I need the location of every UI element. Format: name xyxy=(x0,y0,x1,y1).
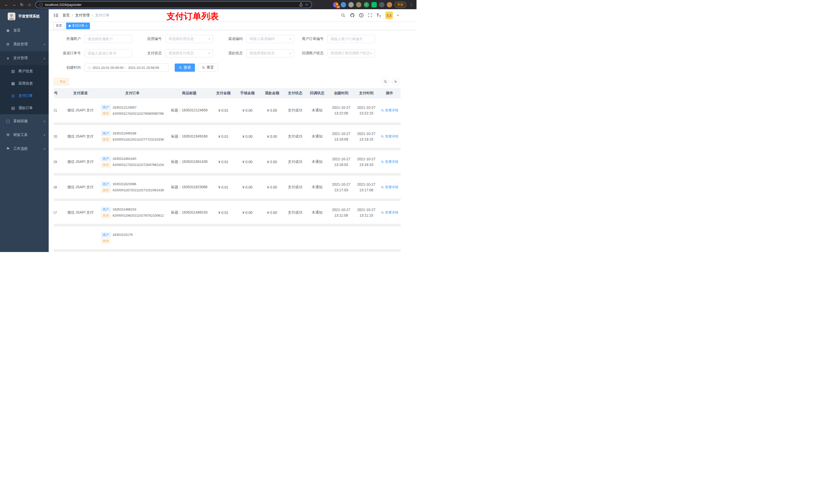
pay-status-select[interactable]: 请选择支付状态 ▾ xyxy=(165,49,213,57)
search-button[interactable]: 搜索 xyxy=(175,64,195,72)
reset-button[interactable]: ↻ 重置 xyxy=(198,64,218,72)
sidebar-item-pay[interactable]: ¥ 支付管理 ▴ xyxy=(0,51,49,65)
sidebar-item-workflow[interactable]: ⚑ 工作流程 ▾ xyxy=(0,142,49,156)
date-end-value[interactable]: 2021-10-31 23:59:59 xyxy=(128,66,159,70)
cell-notify xyxy=(306,225,328,250)
view-detail-link[interactable]: 查看详情 xyxy=(381,160,398,164)
cell-amount: ¥ 0.01 xyxy=(212,200,235,225)
extension-icon-4[interactable] xyxy=(356,2,361,7)
tab-home[interactable]: 首页 xyxy=(53,23,65,29)
table-row[interactable]: 118 微信 JSAPI 支付 商户1635311823086 支付420000… xyxy=(54,174,401,200)
sidebar-item-system[interactable]: ⚙ 系统管理 ▾ xyxy=(0,38,49,51)
sidebar-item-merchant-info[interactable]: ▥ 商户信息 xyxy=(0,65,49,77)
app-no-select[interactable]: 请选择应用信息 ▾ xyxy=(165,35,213,43)
cell-status: 支付成功 xyxy=(284,200,306,225)
github-icon[interactable] xyxy=(350,13,355,18)
filter-label: 回调商户状态 xyxy=(296,51,327,55)
extension-icon-6[interactable] xyxy=(372,2,377,7)
view-detail-label: 查看详情 xyxy=(385,134,398,139)
browser-back-icon[interactable]: ← xyxy=(3,1,10,8)
sidebar-item-infra[interactable]: ▢ 基础设施 ▾ xyxy=(0,114,49,128)
browser-menu-icon[interactable]: ⋮ xyxy=(409,2,414,7)
share-icon[interactable] xyxy=(299,3,303,7)
sidebar-item-refund-order[interactable]: ▤ 退款订单 xyxy=(0,102,49,114)
extension-icon-2[interactable] xyxy=(341,2,346,7)
breadcrumb-separator: / xyxy=(92,13,93,17)
app-logo[interactable]: 芋道管理系统 xyxy=(0,9,49,24)
close-icon[interactable]: × xyxy=(86,24,87,28)
tab-pay-order[interactable]: 支付订单 × xyxy=(66,23,90,29)
table-row[interactable]: 121 微信 JSAPI 支付 商户1635312124657 支付420000… xyxy=(54,98,401,124)
cell-pay-order: 商户16353115179 支付 xyxy=(98,225,167,250)
create-time-range-picker[interactable]: ◷ 2021-10-01 00:00:00 - 2021-10-31 23:59… xyxy=(85,64,169,72)
cell-notify: 未通知 xyxy=(306,174,328,200)
channel-order-no-input[interactable] xyxy=(85,49,132,57)
tab-label: 首页 xyxy=(56,24,62,28)
extension-icon-3[interactable] xyxy=(348,2,354,7)
chevron-down-icon: ▾ xyxy=(209,38,210,41)
toggle-search-button[interactable] xyxy=(382,78,389,86)
fullscreen-icon[interactable] xyxy=(368,13,372,18)
breadcrumb-separator: / xyxy=(72,13,73,17)
profile-avatar-icon[interactable] xyxy=(387,2,392,7)
user-avatar[interactable] xyxy=(385,11,393,19)
table-row[interactable]: 商户16353115179 支付 xyxy=(54,225,401,250)
tools-icon: ⚒ xyxy=(6,133,10,137)
search-icon[interactable] xyxy=(341,13,346,18)
cell-action: 查看详情 xyxy=(379,98,401,124)
browser-home-icon[interactable]: ⌂ xyxy=(26,1,33,8)
select-placeholder: 请选择应用信息 xyxy=(169,37,194,41)
view-detail-link[interactable]: 查看详情 xyxy=(381,134,398,139)
address-bar[interactable]: i localhost:1024/pay/order ☆ xyxy=(35,1,312,8)
sidebar-item-app-info[interactable]: ▦ 应用信息 xyxy=(0,77,49,90)
avatar-dropdown-caret-icon[interactable]: ▾ xyxy=(397,14,399,17)
chevron-down-icon: ▾ xyxy=(289,52,291,55)
filter-row-3: 创建时间 ◷ 2021-10-01 00:00:00 - 2021-10-31 … xyxy=(54,64,411,72)
sidebar-toggle-icon[interactable] xyxy=(54,13,58,18)
cell-title: 标题：1635311881439 xyxy=(167,149,212,174)
cell-title: 标题：1635311949168 xyxy=(167,124,212,149)
pay-tag: 支付 xyxy=(101,213,111,218)
url-text[interactable]: localhost:1024/pay/order xyxy=(45,3,297,7)
view-detail-link[interactable]: 查看详情 xyxy=(381,185,398,190)
filter-row-1: 所属商户 应用编号 请选择应用信息 ▾ 渠道编码 请输入渠道编码 ▾ xyxy=(54,35,411,43)
sidebar-item-pay-order[interactable]: ◎ 支付订单 xyxy=(0,90,49,102)
breadcrumb-home[interactable]: 首页 xyxy=(63,13,70,18)
extension-icon-1[interactable]: 10 xyxy=(333,2,338,7)
view-detail-link[interactable]: 查看详情 xyxy=(381,210,398,215)
table-row[interactable]: 120 微信 JSAPI 支付 商户1635311949168 支付420000… xyxy=(54,124,401,149)
sidebar-item-dev-tools[interactable]: ⚒ 研发工具 ▾ xyxy=(0,128,49,142)
breadcrumb-section[interactable]: 支付管理 xyxy=(75,13,90,18)
export-button[interactable]: ↓ 导出 xyxy=(54,78,69,85)
app-window: 芋道管理系统 ◉ 首页 ⚙ 系统管理 ▾ ¥ 支付管理 ▴ ▥ 商户信息 ▦ 应… xyxy=(0,9,416,252)
refund-status-select[interactable]: 请选择退款状态 ▾ xyxy=(246,49,294,57)
help-icon[interactable]: ? xyxy=(359,13,363,18)
filter-label: 应用编号 xyxy=(135,37,165,41)
sidebar: 芋道管理系统 ◉ 首页 ⚙ 系统管理 ▾ ¥ 支付管理 ▴ ▥ 商户信息 ▦ 应… xyxy=(0,9,49,252)
font-size-icon[interactable]: TT xyxy=(377,13,381,18)
table-row[interactable]: 117 微信 JSAPI 支付 商户1635311468233 支付420000… xyxy=(54,200,401,225)
cell-status: 支付成功 xyxy=(284,174,306,200)
extension-icon-7[interactable] xyxy=(379,2,384,7)
col-pay-time: 支付时间 xyxy=(354,88,379,98)
cell-create-time: 2021-10-27 13:11:08 xyxy=(328,200,354,225)
extension-icon-5[interactable]: ✓ xyxy=(364,2,369,7)
browser-forward-icon[interactable]: → xyxy=(10,1,18,8)
view-detail-link[interactable]: 查看详情 xyxy=(381,108,398,113)
bookmark-star-icon[interactable]: ☆ xyxy=(305,2,308,7)
channel-code-select[interactable]: 请输入渠道编码 ▾ xyxy=(246,35,294,43)
browser-update-button[interactable]: 更新 xyxy=(395,2,406,8)
browser-reload-icon[interactable]: ↻ xyxy=(18,1,26,8)
cell-create-time: 2021-10-27 13:19:09 xyxy=(328,124,354,149)
merchant-order-no: 16353115179 xyxy=(113,233,133,237)
sidebar-item-home[interactable]: ◉ 首页 xyxy=(0,24,49,38)
notify-status-select[interactable]: 请选择订单回调商户状态 ▾ xyxy=(327,49,375,57)
table-row[interactable]: 119 微信 JSAPI 支付 商户1635311881440 支付420000… xyxy=(54,149,401,174)
date-start-value[interactable]: 2021-10-01 00:00:00 xyxy=(93,66,123,70)
merchant-input[interactable] xyxy=(85,35,132,43)
site-info-icon[interactable]: i xyxy=(39,3,43,7)
merchant-order-no-input[interactable] xyxy=(327,35,375,43)
cell-action: 查看详情 xyxy=(379,149,401,174)
refresh-table-button[interactable]: ↻ xyxy=(392,78,400,86)
filter-notify-status: 回调商户状态 请选择订单回调商户状态 ▾ xyxy=(296,49,375,57)
